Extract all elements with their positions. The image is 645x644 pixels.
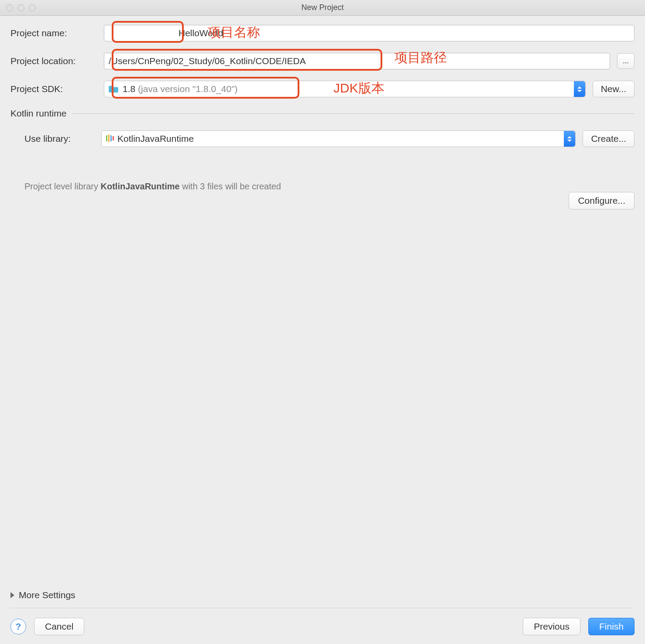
library-icon bbox=[106, 135, 114, 142]
project-name-row: Project name: 项目名称 bbox=[10, 24, 635, 43]
kotlin-runtime-section: Kotlin runtime bbox=[10, 108, 635, 119]
dropdown-arrow-icon bbox=[564, 131, 575, 147]
project-location-row: Project location: ... 项目路径 bbox=[10, 51, 635, 71]
new-sdk-button[interactable]: New... bbox=[593, 81, 635, 97]
use-library-label: Use library: bbox=[24, 134, 101, 144]
library-info-text: Project level library KotlinJavaRuntime … bbox=[24, 182, 635, 192]
folder-icon bbox=[109, 85, 118, 93]
chevron-right-icon bbox=[10, 592, 14, 598]
close-window-icon[interactable] bbox=[6, 4, 13, 11]
project-sdk-label: Project SDK: bbox=[10, 84, 104, 94]
project-location-input[interactable] bbox=[104, 53, 610, 69]
sdk-version: (java version "1.8.0_40") bbox=[138, 84, 238, 94]
library-dropdown[interactable]: KotlinJavaRuntime bbox=[101, 130, 576, 147]
library-name: KotlinJavaRuntime bbox=[117, 134, 194, 144]
titlebar: New Project bbox=[0, 0, 645, 16]
dialog-content: Project name: 项目名称 Project location: ...… bbox=[0, 16, 645, 644]
project-sdk-dropdown[interactable]: 1.8 (java version "1.8.0_40") bbox=[104, 81, 586, 97]
dropdown-arrow-icon bbox=[574, 81, 585, 97]
section-divider bbox=[72, 113, 635, 114]
dialog-window: New Project Project name: 项目名称 Project l… bbox=[0, 0, 645, 644]
sdk-value: 1.8 (java version "1.8.0_40") bbox=[123, 84, 238, 94]
previous-button[interactable]: Previous bbox=[523, 618, 580, 635]
project-location-label: Project location: bbox=[10, 56, 104, 66]
more-settings-toggle[interactable]: More Settings bbox=[10, 590, 75, 600]
browse-location-button[interactable]: ... bbox=[617, 53, 635, 69]
project-sdk-row: Project SDK: 1.8 (java version "1.8.0_40… bbox=[10, 79, 635, 99]
kotlin-runtime-title: Kotlin runtime bbox=[10, 108, 66, 119]
zoom-window-icon[interactable] bbox=[29, 4, 36, 11]
cancel-button[interactable]: Cancel bbox=[34, 618, 84, 635]
dialog-footer: ? Cancel Previous Finish bbox=[10, 608, 635, 635]
more-settings-label: More Settings bbox=[19, 590, 75, 600]
minimize-window-icon[interactable] bbox=[17, 4, 24, 11]
window-controls bbox=[0, 4, 36, 11]
project-name-input[interactable] bbox=[104, 25, 635, 41]
use-library-row: Use library: KotlinJavaRuntime Create... bbox=[10, 129, 635, 148]
help-button[interactable]: ? bbox=[10, 619, 26, 634]
create-library-button[interactable]: Create... bbox=[583, 130, 635, 147]
window-title: New Project bbox=[0, 3, 645, 12]
sdk-name: 1.8 bbox=[123, 84, 135, 94]
project-name-label: Project name: bbox=[10, 28, 104, 38]
configure-library-button[interactable]: Configure... bbox=[569, 192, 635, 209]
finish-button[interactable]: Finish bbox=[588, 618, 635, 635]
